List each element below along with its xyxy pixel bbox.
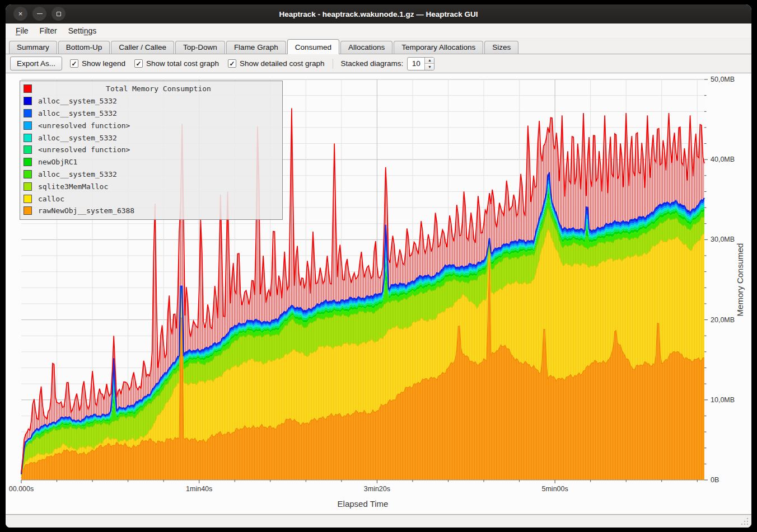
svg-text:10,0MB: 10,0MB	[711, 396, 735, 404]
tab-consumed[interactable]: Consumed	[287, 39, 339, 54]
checkbox-label: Show legend	[82, 59, 125, 68]
chart-panel: 00.000s1min40s3min20s5min00s0B10,0MB20,0…	[6, 73, 751, 515]
legend-label: <unresolved function>	[38, 121, 130, 130]
legend-label: rawNewObj__system_6388	[38, 206, 134, 215]
checkmark-icon: ✓	[134, 59, 143, 68]
resize-grip[interactable]	[741, 517, 749, 525]
checkbox-label: Show total cost graph	[146, 59, 219, 68]
checkbox-show-detailed-cost-graph[interactable]: ✓Show detailed cost graph	[228, 59, 325, 68]
spin-down-button[interactable]: ▼	[425, 63, 434, 70]
menu-settings[interactable]: Settings	[63, 23, 102, 38]
spin-up-button[interactable]: ▲	[425, 58, 434, 64]
chart-legend: Total Memory Consumptionalloc__system_53…	[20, 81, 283, 220]
legend-item: sqlite3MemMalloc	[24, 180, 279, 192]
legend-swatch	[24, 109, 32, 117]
legend-swatch	[24, 97, 32, 105]
legend-item: newObjRC1	[24, 156, 279, 168]
legend-label: alloc__system_5332	[38, 134, 117, 142]
export-as-button[interactable]: Export As...	[10, 57, 62, 70]
svg-text:3min20s: 3min20s	[364, 485, 390, 493]
toolbar-checkboxes: ✓Show legend✓Show total cost graph✓Show …	[70, 59, 325, 68]
legend-swatch	[24, 170, 32, 178]
svg-text:50,0MB: 50,0MB	[711, 76, 735, 83]
tab-flame-graph[interactable]: Flame Graph	[226, 41, 286, 54]
menu-filter[interactable]: Filter	[34, 23, 63, 38]
stacked-diagrams-stepper[interactable]: 10 ▲ ▼	[407, 57, 434, 70]
tab-top-down[interactable]: Top-Down	[175, 41, 225, 54]
legend-item: alloc__system_5332	[24, 95, 279, 107]
titlebar: × Heaptrack - heaptrack.wakunode.1.gz — …	[6, 4, 751, 23]
tab-caller-callee[interactable]: Caller / Callee	[111, 41, 174, 54]
stacked-diagrams-value: 10	[408, 58, 424, 70]
legend-swatch	[24, 195, 32, 203]
legend-label: newObjRC1	[38, 158, 77, 166]
app-window: × Heaptrack - heaptrack.wakunode.1.gz — …	[6, 4, 751, 528]
svg-text:20,0MB: 20,0MB	[711, 316, 735, 324]
legend-item: <unresolved function>	[24, 144, 279, 156]
legend-swatch	[24, 182, 32, 191]
checkbox-label: Show detailed cost graph	[240, 59, 325, 68]
svg-text:5min00s: 5min00s	[542, 485, 568, 493]
tab-bar: SummaryBottom-UpCaller / CalleeTop-DownF…	[6, 39, 751, 54]
tab-summary[interactable]: Summary	[9, 41, 57, 54]
legend-item: rawNewObj__system_6388	[24, 205, 279, 217]
checkbox-show-legend[interactable]: ✓Show legend	[70, 59, 125, 68]
toolbar-separator	[333, 59, 333, 69]
legend-swatch	[24, 134, 32, 142]
svg-text:40,0MB: 40,0MB	[711, 156, 735, 163]
checkmark-icon: ✓	[70, 59, 78, 68]
svg-text:1min40s: 1min40s	[186, 485, 212, 493]
legend-label: <unresolved function>	[38, 145, 130, 154]
window-title: Heaptrack - heaptrack.wakunode.1.gz — He…	[6, 4, 751, 23]
legend-label: calloc	[38, 195, 64, 203]
legend-label: alloc__system_5332	[38, 97, 117, 105]
legend-swatch	[24, 206, 32, 215]
legend-item: alloc__system_5332	[24, 107, 279, 120]
legend-item: alloc__system_5332	[24, 168, 279, 181]
legend-swatch	[24, 84, 32, 93]
legend-label: alloc__system_5332	[38, 109, 117, 117]
stacked-diagrams-label: Stacked diagrams:	[341, 59, 404, 68]
checkbox-show-total-cost-graph[interactable]: ✓Show total cost graph	[134, 59, 219, 68]
legend-swatch	[24, 145, 32, 154]
legend-title-row: Total Memory Consumption	[24, 83, 279, 95]
status-bar	[6, 515, 751, 528]
tab-bottom-up[interactable]: Bottom-Up	[58, 41, 110, 54]
legend-label: Total Memory Consumption	[38, 84, 279, 93]
legend-label: alloc__system_5332	[38, 170, 117, 178]
menu-file[interactable]: File	[10, 23, 34, 38]
tab-allocations[interactable]: Allocations	[340, 41, 392, 54]
svg-text:Memory Consumed: Memory Consumed	[735, 243, 745, 317]
legend-label: sqlite3MemMalloc	[38, 182, 108, 191]
legend-swatch	[24, 158, 32, 166]
legend-item: calloc	[24, 192, 279, 205]
svg-text:00.000s: 00.000s	[9, 485, 34, 493]
svg-text:0B: 0B	[711, 476, 719, 484]
legend-swatch	[24, 121, 32, 130]
svg-text:30,0MB: 30,0MB	[711, 236, 735, 243]
svg-text:Elapsed Time: Elapsed Time	[338, 499, 389, 509]
legend-item: <unresolved function>	[24, 119, 279, 131]
toolbar: Export As... ✓Show legend✓Show total cos…	[6, 54, 751, 73]
checkmark-icon: ✓	[228, 59, 236, 68]
menubar: FileFilterSettings	[6, 23, 751, 39]
legend-item: alloc__system_5332	[24, 131, 279, 144]
tab-sizes[interactable]: Sizes	[484, 41, 518, 54]
tab-temporary-allocations[interactable]: Temporary Allocations	[394, 41, 483, 54]
